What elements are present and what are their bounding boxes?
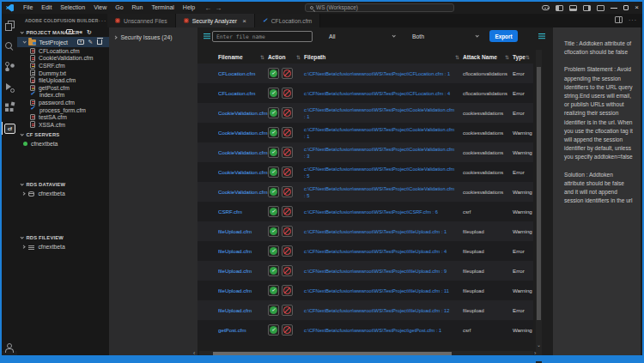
- history-back-forward-icons[interactable]: ←→: [204, 4, 225, 12]
- issue-filename-link[interactable]: CookieValidation.cfm: [218, 130, 268, 136]
- activity-item-explorer[interactable]: [2, 19, 17, 32]
- server-item[interactable]: cfnextbeta: [17, 140, 109, 148]
- delete-icon[interactable]: [97, 39, 102, 45]
- tab-cflocation-cfm[interactable]: ✓CFLocation.cfm: [255, 14, 320, 27]
- issue-filepath-link[interactable]: c:\CFNextBeta\cfusion\wwwroot\WS\TestPro…: [304, 70, 463, 77]
- sidebar-more-actions-icon[interactable]: ···: [98, 18, 106, 24]
- edit-icon[interactable]: ✎: [88, 39, 93, 45]
- activity-item-extensions[interactable]: [2, 101, 17, 114]
- import-project-icon[interactable]: ⇥: [77, 29, 82, 36]
- issue-filename-link[interactable]: fileUpload.cfm: [218, 287, 268, 293]
- activity-item-search[interactable]: [2, 39, 17, 52]
- mark-unsafe-button[interactable]: [282, 245, 293, 257]
- sort-icon[interactable]: ⇅: [455, 54, 459, 60]
- activity-item-run-debug[interactable]: [2, 81, 17, 94]
- project-manager-section[interactable]: PROJECT MANAGER ⇥ ↻: [17, 27, 109, 37]
- mark-unsafe-button[interactable]: [282, 107, 293, 118]
- close-tab-icon[interactable]: ×: [242, 17, 246, 25]
- rds-dataview-section[interactable]: RDS DATAVIEW: [17, 180, 109, 190]
- activity-item-coldfusion[interactable]: cf: [2, 122, 17, 135]
- menu-go[interactable]: Go: [111, 2, 127, 14]
- issue-filename-link[interactable]: CookieValidation.cfm: [218, 169, 268, 175]
- mark-safe-button[interactable]: [268, 305, 279, 316]
- close-button[interactable]: ×: [635, 2, 639, 14]
- mark-safe-button[interactable]: [268, 107, 279, 118]
- issue-filepath-link[interactable]: c:\CFNextBeta\cfusion\wwwroot\WS\TestPro…: [304, 327, 463, 334]
- rds-dataview-item[interactable]: cfnextbeta: [17, 190, 109, 198]
- mark-safe-button[interactable]: [268, 206, 279, 217]
- confidence-dropdown[interactable]: Both: [412, 31, 481, 42]
- mark-unsafe-button[interactable]: [282, 186, 293, 197]
- menu-help[interactable]: Help: [179, 2, 199, 14]
- scroll-down-icon[interactable]: ⌄: [537, 342, 541, 348]
- chevron-down-icon[interactable]: [22, 40, 27, 45]
- menu-icon[interactable]: [204, 33, 210, 34]
- new-file-icon[interactable]: [77, 39, 84, 45]
- maximize-button[interactable]: [623, 5, 629, 10]
- rds-fileview-item[interactable]: cfnextbeta: [17, 243, 109, 251]
- tree-item-file[interactable]: process_form.cfm: [17, 106, 109, 114]
- mark-unsafe-button[interactable]: [282, 226, 293, 237]
- issue-filepath-link[interactable]: c:\CFNextBeta\cfusion\wwwroot\WS\TestPro…: [304, 185, 463, 199]
- menu-view[interactable]: View: [89, 2, 111, 14]
- toggle-secondary-sidebar-icon[interactable]: [583, 5, 591, 11]
- issue-filename-link[interactable]: fileUpload.cfm: [218, 248, 268, 254]
- issue-filename-link[interactable]: fileUpload.cfm: [218, 268, 268, 274]
- issue-filename-link[interactable]: getPost.cfm: [218, 327, 268, 333]
- mark-unsafe-button[interactable]: [282, 147, 293, 158]
- mark-safe-button[interactable]: [268, 68, 279, 79]
- workspace-search[interactable]: WS (Workspace): [305, 3, 454, 12]
- issue-filepath-link[interactable]: c:\CFNextBeta\cfusion\wwwroot\WS\TestPro…: [304, 166, 463, 179]
- chevron-right-icon[interactable]: [21, 245, 26, 249]
- issue-filepath-link[interactable]: c:\CFNextBeta\cfusion\wwwroot\WS\TestPro…: [304, 268, 463, 275]
- issue-filepath-link[interactable]: c:\CFNextBeta\cfusion\wwwroot\WS\TestPro…: [304, 146, 463, 160]
- activity-item-account[interactable]: [2, 341, 17, 354]
- refresh-icon[interactable]: ↻: [87, 29, 92, 36]
- minimize-button[interactable]: [611, 8, 617, 9]
- mark-safe-button[interactable]: [268, 147, 279, 158]
- tab-unscanned-files[interactable]: Unscanned Files: [107, 14, 176, 27]
- mark-safe-button[interactable]: [268, 186, 279, 197]
- menu-selection[interactable]: Selection: [56, 2, 89, 14]
- issue-filepath-link[interactable]: c:\CFNextBeta\cfusion\wwwroot\WS\TestPro…: [304, 90, 463, 97]
- chevron-right-icon[interactable]: [21, 191, 26, 196]
- mark-unsafe-button[interactable]: [282, 265, 293, 276]
- issue-filepath-link[interactable]: c:\CFNextBeta\cfusion\wwwroot\WS\TestPro…: [304, 126, 463, 140]
- tree-item-file[interactable]: Dummy.txt: [17, 70, 109, 77]
- severity-dropdown[interactable]: All: [329, 31, 398, 42]
- rds-fileview-section[interactable]: RDS FILEVIEW: [17, 233, 109, 243]
- mark-unsafe-button[interactable]: [282, 166, 293, 178]
- issue-filename-link[interactable]: CSRF.cfm: [218, 209, 268, 215]
- menu-file[interactable]: File: [19, 2, 37, 14]
- tree-item-project[interactable]: TestProject ✎: [17, 37, 109, 47]
- tree-item-file[interactable]: CookieValidation.cfm: [17, 55, 109, 63]
- mark-unsafe-button[interactable]: [282, 206, 293, 217]
- activity-item-source-control[interactable]: [2, 60, 17, 73]
- tree-item-file[interactable]: CSRF.cfm: [17, 62, 109, 70]
- issue-filepath-link[interactable]: c:\CFNextBeta\cfusion\wwwroot\WS\TestPro…: [304, 248, 463, 255]
- mark-unsafe-button[interactable]: [282, 88, 293, 99]
- issue-filename-link[interactable]: CFLocation.cfm: [218, 90, 268, 96]
- mark-safe-button[interactable]: [268, 88, 279, 99]
- mark-safe-button[interactable]: [268, 324, 279, 336]
- tab-security-analyzer[interactable]: Security Analyzer×: [176, 14, 255, 27]
- issue-filename-link[interactable]: CFLocation.cfm: [218, 70, 268, 76]
- mark-unsafe-button[interactable]: [282, 127, 293, 138]
- mark-safe-button[interactable]: [268, 127, 279, 138]
- tree-item-file[interactable]: testSA.cfm: [17, 113, 109, 121]
- cf-servers-section[interactable]: CF SERVERS: [17, 130, 109, 140]
- split-editor-icon[interactable]: [615, 16, 623, 23]
- issue-filepath-link[interactable]: c:\CFNextBeta\cfusion\wwwroot\WS\TestPro…: [304, 209, 463, 215]
- tree-item-file[interactable]: XSSA.cfm: [17, 121, 109, 129]
- tree-item-file[interactable]: fileUpload.cfm: [17, 76, 109, 84]
- menu-edit[interactable]: Edit: [37, 2, 56, 14]
- menu-terminal[interactable]: Terminal: [147, 2, 178, 14]
- toggle-sidebar-icon[interactable]: [556, 5, 563, 11]
- sort-icon[interactable]: ⇅: [505, 54, 509, 60]
- add-project-icon[interactable]: [66, 29, 73, 34]
- menu-run[interactable]: Run: [128, 2, 148, 14]
- tree-item-file[interactable]: index.cfm: [17, 92, 109, 100]
- mark-safe-button[interactable]: [268, 166, 279, 178]
- mark-safe-button[interactable]: [268, 285, 279, 296]
- issue-filepath-link[interactable]: c:\CFNextBeta\cfusion\wwwroot\WS\TestPro…: [304, 106, 463, 120]
